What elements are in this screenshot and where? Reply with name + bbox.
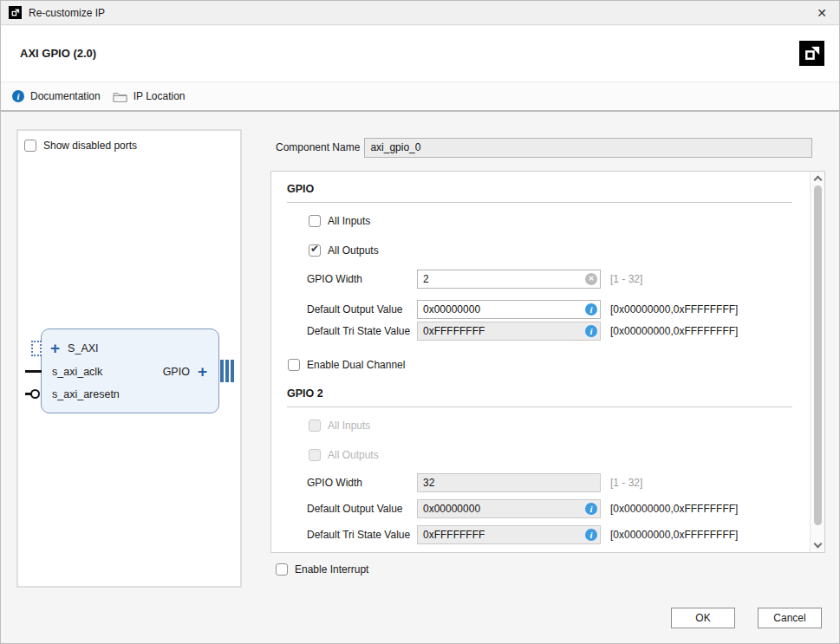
- show-disabled-ports-row: Show disabled ports: [24, 140, 137, 152]
- gpio2-section-title: GPIO 2: [287, 387, 323, 400]
- enable-interrupt-checkbox[interactable]: [276, 563, 288, 576]
- gpio2-width-row: GPIO Width [1 - 32]: [271, 473, 809, 492]
- gpio2-default-output-field: i: [417, 499, 601, 518]
- gpio-width-range: [1 - 32]: [610, 270, 642, 289]
- gpio-section-title: GPIO: [287, 183, 314, 195]
- ip-title: AXI GPIO (2.0): [20, 47, 96, 60]
- xilinx-logo-icon: [9, 6, 22, 19]
- scroll-up-icon[interactable]: [814, 176, 823, 185]
- config-panel: GPIO All Inputs ✔ All Outputs GPIO Width…: [270, 171, 825, 553]
- dialog-header: AXI GPIO (2.0): [1, 26, 839, 81]
- enable-interrupt-row: Enable Interrupt: [276, 563, 368, 576]
- gpio-width-field: ✕: [417, 270, 601, 289]
- port-s-axi-aclk: s_axi_aclk: [52, 364, 102, 380]
- folder-icon: [113, 91, 127, 102]
- info-icon[interactable]: i: [585, 503, 597, 515]
- documentation-button[interactable]: i Documentation: [6, 87, 107, 106]
- title-bar: Re-customize IP ✕: [1, 1, 839, 25]
- gpio2-tri-state-input: [417, 525, 601, 544]
- gpio2-tri-state-row: Default Tri State Value i [0x00000000,0x…: [271, 525, 809, 544]
- default-output-range: [0x00000000,0xFFFFFFFF]: [610, 300, 738, 319]
- gpio2-all-outputs-row: All Outputs: [309, 449, 379, 461]
- expand-gpio-icon[interactable]: +: [198, 366, 207, 378]
- enable-dual-channel-checkbox[interactable]: [288, 359, 300, 371]
- gpio2-default-output-input: [417, 499, 601, 518]
- gpio2-all-outputs-label: All Outputs: [328, 449, 379, 461]
- component-name-label: Component Name: [276, 141, 360, 153]
- documentation-info-icon: i: [12, 90, 24, 102]
- gpio2-all-inputs-label: All Inputs: [328, 420, 370, 432]
- info-icon[interactable]: i: [585, 529, 597, 541]
- gpio2-width-input: [417, 473, 601, 492]
- gpio2-tri-state-field: i: [417, 525, 601, 544]
- show-disabled-ports-checkbox[interactable]: [24, 140, 36, 152]
- ip-location-button[interactable]: IP Location: [107, 87, 192, 106]
- tri-state-field: i: [417, 322, 601, 341]
- port-s-axi-aresetn-label: s_axi_aresetn: [52, 388, 120, 400]
- tri-state-label: Default Tri State Value: [307, 322, 410, 341]
- enable-dual-channel-row: Enable Dual Channel: [288, 359, 405, 371]
- gpio-all-outputs-row: ✔ All Outputs: [309, 244, 379, 257]
- doc-toolbar: i Documentation IP Location: [1, 81, 839, 112]
- gpio-all-inputs-label: All Inputs: [328, 215, 370, 227]
- scroll-down-icon[interactable]: [814, 540, 823, 549]
- gpio2-width-field: [417, 473, 601, 492]
- show-disabled-ports-label: Show disabled ports: [43, 140, 137, 152]
- gpio-all-inputs-row: All Inputs: [309, 215, 370, 227]
- gpio2-width-range: [1 - 32]: [610, 473, 642, 492]
- ip-location-label: IP Location: [133, 90, 186, 102]
- default-output-field: i: [417, 300, 601, 319]
- gpio-width-input[interactable]: [417, 270, 601, 289]
- gpio2-tri-state-range: [0x00000000,0xFFFFFFFF]: [610, 525, 738, 544]
- port-s-axi-label: S_AXI: [68, 342, 98, 355]
- gpio2-default-output-range: [0x00000000,0xFFFFFFFF]: [610, 499, 738, 518]
- enable-dual-channel-label: Enable Dual Channel: [307, 359, 405, 371]
- gpio-all-outputs-checkbox[interactable]: ✔: [309, 244, 321, 257]
- s-axi-interface-stub-icon: [31, 341, 42, 356]
- gpio-all-outputs-label: All Outputs: [328, 244, 379, 257]
- scrollbar-thumb[interactable]: [814, 185, 822, 525]
- check-icon: ✔: [310, 243, 319, 255]
- clear-icon[interactable]: ✕: [585, 273, 597, 285]
- expand-s-axi-icon[interactable]: +: [50, 342, 60, 355]
- gpio2-all-inputs-row: All Inputs: [309, 420, 370, 432]
- ip-block-diagram: + S_AXI s_axi_aclk s_axi_aresetn GPIO +: [41, 329, 219, 413]
- port-s-axi: + S_AXI: [50, 341, 99, 356]
- ok-button[interactable]: OK: [671, 608, 735, 628]
- gpio-all-inputs-checkbox[interactable]: [309, 215, 321, 227]
- info-icon[interactable]: i: [585, 303, 597, 315]
- gpio2-default-output-row: Default Output Value i [0x00000000,0xFFF…: [271, 499, 809, 518]
- gpio2-tri-state-label: Default Tri State Value: [307, 525, 410, 544]
- enable-interrupt-label: Enable Interrupt: [295, 563, 368, 576]
- gpio2-all-inputs-checkbox: [309, 420, 321, 432]
- info-icon[interactable]: i: [585, 325, 597, 337]
- clock-pin-stub-icon: [25, 370, 42, 373]
- resetn-pin-ring-icon: [30, 389, 40, 399]
- vertical-scrollbar[interactable]: [810, 172, 824, 552]
- port-gpio: GPIO +: [163, 364, 207, 380]
- gpio-section-rule: [287, 202, 792, 203]
- port-s-axi-aclk-label: s_axi_aclk: [52, 366, 102, 378]
- port-gpio-label: GPIO: [163, 366, 190, 378]
- component-name-input[interactable]: [364, 138, 812, 158]
- default-output-input[interactable]: [417, 300, 601, 319]
- documentation-label: Documentation: [30, 90, 101, 102]
- tri-state-input: [417, 322, 601, 341]
- gpio-interface-stub-icon: [220, 360, 234, 382]
- component-name-row: Component Name: [276, 137, 812, 158]
- gpio2-width-label: GPIO Width: [307, 473, 362, 492]
- gpio2-all-outputs-checkbox: [309, 449, 321, 461]
- gpio-tri-state-row: Default Tri State Value i [0x00000000,0x…: [271, 322, 809, 341]
- tri-state-range: [0x00000000,0xFFFFFFFF]: [610, 322, 738, 341]
- recustomize-ip-dialog: Re-customize IP ✕ AXI GPIO (2.0) i Docum…: [0, 0, 840, 644]
- close-icon[interactable]: ✕: [812, 6, 831, 20]
- gpio-default-output-row: Default Output Value i [0x00000000,0xFFF…: [271, 300, 809, 319]
- xilinx-logo: [799, 41, 824, 66]
- default-output-label: Default Output Value: [307, 300, 403, 319]
- port-s-axi-aresetn: s_axi_aresetn: [52, 387, 120, 402]
- gpio2-default-output-label: Default Output Value: [307, 499, 403, 518]
- cancel-button[interactable]: Cancel: [758, 608, 822, 628]
- gpio-width-row: GPIO Width ✕ [1 - 32]: [271, 270, 809, 289]
- window-title: Re-customize IP: [29, 7, 105, 19]
- ports-panel: Show disabled ports + S_AXI s_axi_aclk s…: [16, 129, 242, 588]
